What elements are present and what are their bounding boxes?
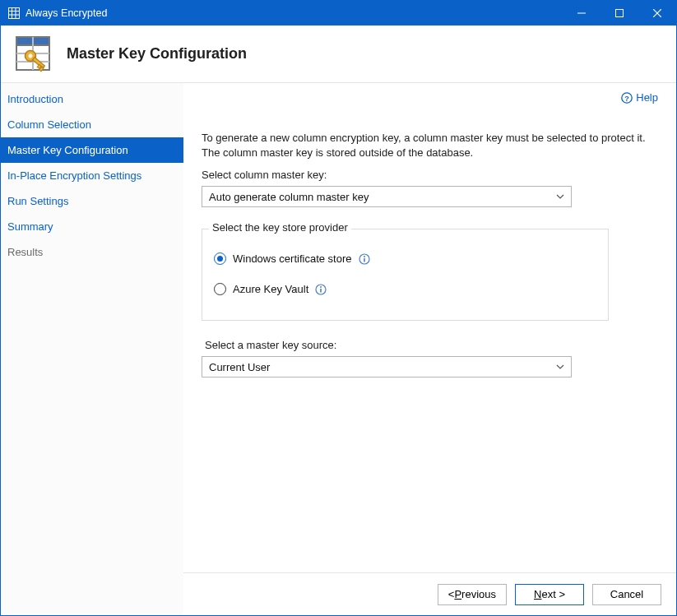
chevron-down-icon (556, 194, 564, 199)
sidebar-item-results: Results (1, 239, 183, 265)
sidebar-item-in-place-encryption-settings[interactable]: In-Place Encryption Settings (1, 163, 183, 188)
table-key-icon (14, 35, 53, 74)
master-key-source-dropdown[interactable]: Current User (202, 356, 572, 377)
app-icon (7, 7, 21, 20)
help-link[interactable]: ? Help (621, 91, 658, 104)
info-icon[interactable] (359, 253, 370, 265)
key-store-provider-group: Select the key store provider Windows ce… (202, 229, 609, 321)
svg-point-23 (364, 256, 365, 257)
radio-label: Windows certificate store (233, 252, 352, 265)
help-icon: ? (621, 92, 633, 104)
intro-text: To generate a new column encryption key,… (202, 131, 646, 160)
content-wrap: ? Help To generate a new column encrypti… (183, 83, 676, 615)
select-master-key-label: Select column master key: (202, 169, 658, 181)
wizard-window: Always Encrypted (0, 0, 677, 616)
svg-rect-24 (364, 258, 365, 262)
svg-rect-7 (616, 10, 624, 17)
master-key-dropdown[interactable]: Auto generate column master key (202, 186, 572, 207)
next-button[interactable]: Next > (515, 584, 584, 605)
svg-point-26 (320, 286, 322, 288)
info-icon[interactable] (315, 284, 327, 295)
master-key-source-label: Select a master key source: (205, 339, 658, 351)
sidebar-item-run-settings[interactable]: Run Settings (1, 188, 183, 214)
master-key-dropdown-value: Auto generate column master key (209, 191, 369, 203)
sidebar-item-master-key-configuration[interactable]: Master Key Configuration (1, 137, 183, 163)
maximize-button[interactable] (600, 1, 638, 25)
wizard-footer: < Previous Next > Cancel (183, 572, 676, 615)
svg-text:?: ? (625, 94, 630, 102)
wizard-body: Introduction Column Selection Master Key… (1, 83, 676, 615)
key-store-provider-legend: Select the key store provider (209, 221, 351, 234)
minimize-button[interactable] (563, 1, 600, 25)
svg-rect-27 (320, 289, 322, 293)
chevron-down-icon (556, 364, 564, 369)
titlebar-title: Always Encrypted (26, 7, 107, 19)
cancel-button[interactable]: Cancel (592, 584, 661, 605)
titlebar: Always Encrypted (1, 1, 676, 25)
sidebar-item-introduction[interactable]: Introduction (1, 86, 183, 112)
radio-indicator (214, 252, 226, 265)
close-button[interactable] (638, 1, 676, 25)
sidebar: Introduction Column Selection Master Key… (1, 83, 183, 615)
radio-windows-certificate-store[interactable]: Windows certificate store (214, 252, 596, 265)
master-key-source-value: Current User (209, 361, 270, 373)
radio-indicator (214, 283, 226, 295)
help-label: Help (636, 91, 658, 104)
radio-azure-key-vault[interactable]: Azure Key Vault (214, 283, 596, 295)
page-title: Master Key Configuration (67, 45, 247, 63)
sidebar-item-column-selection[interactable]: Column Selection (1, 112, 183, 137)
sidebar-item-summary[interactable]: Summary (1, 214, 183, 239)
radio-label: Azure Key Vault (233, 283, 308, 295)
previous-button[interactable]: < Previous (438, 584, 507, 605)
wizard-header: Master Key Configuration (1, 25, 676, 83)
content: ? Help To generate a new column encrypti… (183, 83, 676, 572)
